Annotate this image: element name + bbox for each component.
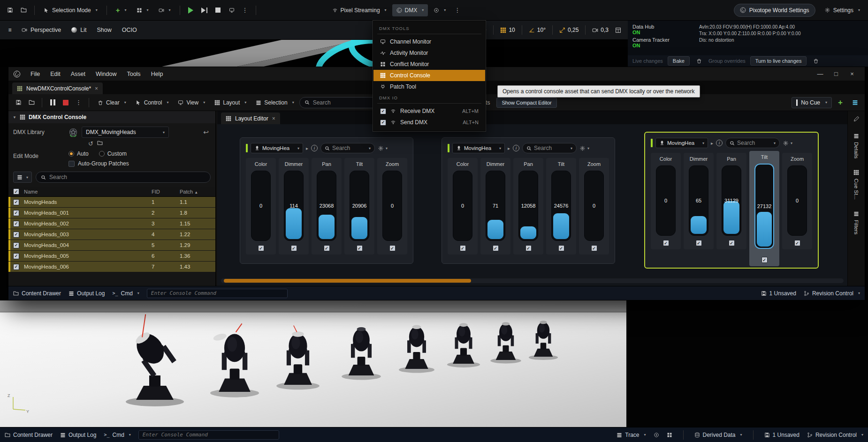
group-settings-button[interactable]: ▾: [783, 140, 792, 146]
cue-selector-dropdown[interactable]: No Cue ▾: [792, 97, 832, 108]
table-row[interactable]: ✓MovingHeads_00341.22: [8, 229, 215, 240]
group-search-input[interactable]: Search ▾: [522, 143, 577, 153]
fader-color[interactable]: Color0✓: [448, 158, 478, 255]
bake-button[interactable]: Bake: [668, 56, 690, 66]
play-button[interactable]: [185, 4, 197, 16]
console-command-input[interactable]: [138, 430, 279, 440]
menubar-item-file[interactable]: File: [26, 67, 44, 81]
menubar-item-tools[interactable]: Tools: [122, 67, 145, 81]
group-settings-button[interactable]: ▾: [378, 145, 388, 151]
reload-library-icon[interactable]: ↺: [88, 140, 93, 147]
fader-enable-checkbox[interactable]: ✓: [663, 240, 669, 246]
expand-arrow-icon[interactable]: ▸: [508, 146, 510, 151]
maximize-viewport-icon[interactable]: [612, 24, 624, 36]
fader-tilt[interactable]: Tilt20906✓: [344, 158, 374, 255]
fader-dimmer[interactable]: Dimmer65✓: [684, 153, 714, 249]
fader-enable-checkbox[interactable]: ✓: [389, 245, 396, 251]
pixel-streaming-dropdown[interactable]: Pixel Streaming ▾: [328, 4, 391, 16]
minimize-button[interactable]: —: [812, 67, 828, 81]
dmx-library-selector[interactable]: DMX_MovingHeads ▾: [82, 127, 169, 138]
scale-snap-control[interactable]: 0,25: [556, 27, 582, 33]
console-command-input[interactable]: [147, 289, 288, 298]
horizontal-scrollbar[interactable]: [221, 278, 844, 283]
fader-track[interactable]: 27132: [754, 164, 774, 249]
menubar-item-asset[interactable]: Asset: [67, 67, 90, 81]
filter-dropdown[interactable]: ▾: [13, 172, 32, 183]
close-button[interactable]: ×: [844, 67, 860, 81]
table-row[interactable]: ✓MovingHeads_00231.15: [8, 218, 215, 229]
send-dmx-checkbox[interactable]: ✓: [380, 120, 386, 126]
fader-track[interactable]: 20906: [350, 171, 369, 241]
table-row[interactable]: ✓MovingHeads_00561.36: [8, 251, 215, 261]
fader-dimmer[interactable]: Dimmer71✓: [480, 158, 510, 255]
fader-color[interactable]: Color0✓: [651, 153, 681, 249]
fader-enable-checkbox[interactable]: ✓: [258, 245, 264, 251]
menu-item-channel-monitor[interactable]: Channel Monitor: [373, 36, 485, 47]
info-icon[interactable]: i: [311, 145, 318, 151]
fader-enable-checkbox[interactable]: ✓: [794, 240, 800, 246]
content-drawer-button[interactable]: Content Drawer: [13, 290, 61, 297]
left-panel-header[interactable]: ▼ DMX Control Console: [8, 111, 215, 123]
row-checkbox[interactable]: ✓: [13, 221, 19, 227]
view-dropdown[interactable]: View▾: [174, 97, 209, 109]
fader-enable-checkbox[interactable]: ✓: [761, 257, 768, 263]
row-checkbox[interactable]: ✓: [13, 232, 19, 238]
derived-data-dropdown[interactable]: Derived Data▾: [694, 432, 742, 438]
cmd-dropdown[interactable]: >_Cmd▾: [104, 432, 130, 438]
content-drawer-button[interactable]: Content Drawer: [5, 432, 53, 438]
fader-enable-checkbox[interactable]: ✓: [696, 240, 702, 246]
fader-enable-checkbox[interactable]: ✓: [558, 245, 564, 251]
layout-dropdown[interactable]: Layout▾: [210, 97, 251, 109]
lit-dropdown[interactable]: Lit: [67, 23, 91, 37]
fader-enable-checkbox[interactable]: ✓: [729, 240, 735, 246]
patch-search-input[interactable]: Search: [36, 172, 211, 183]
dmx-dropdown-button[interactable]: DMX ▾: [392, 4, 428, 16]
stop-dmx-button[interactable]: [60, 97, 72, 109]
fader-track[interactable]: 24576: [551, 171, 571, 241]
tab-layout-editor[interactable]: Layout Editor ×: [221, 112, 280, 124]
viewport-3d-scene[interactable]: Z Y: [0, 300, 626, 427]
add-content-dropdown[interactable]: +▾: [112, 4, 131, 16]
undo-icon[interactable]: ↩: [203, 128, 209, 136]
menu-item-patch-tool[interactable]: Patch Tool: [373, 81, 485, 92]
fader-track[interactable]: 71: [486, 171, 505, 241]
fader-enable-checkbox[interactable]: ✓: [493, 245, 499, 251]
row-checkbox[interactable]: ✓: [13, 199, 19, 205]
row-checkbox[interactable]: ✓: [13, 264, 19, 270]
fixture-group-selector[interactable]: MovingHea ▾: [452, 143, 505, 153]
ocio-dropdown[interactable]: OCIO: [117, 23, 142, 37]
fader-color[interactable]: Color0✓: [246, 158, 276, 255]
expand-arrow-icon[interactable]: ▸: [306, 146, 308, 151]
insights-icon[interactable]: [654, 432, 659, 438]
fader-enable-checkbox[interactable]: ✓: [525, 245, 532, 251]
select-all-checkbox[interactable]: ✓: [13, 188, 19, 195]
menubar-item-window[interactable]: Window: [91, 67, 121, 81]
browse-library-icon[interactable]: [97, 140, 103, 146]
add-cue-button[interactable]: +: [835, 98, 846, 107]
fader-track[interactable]: 31129: [722, 165, 741, 236]
fader-track[interactable]: 114: [284, 171, 304, 241]
menubar-item-edit[interactable]: Edit: [46, 67, 65, 81]
selection-mode-dropdown[interactable]: Selection Mode ▾: [39, 4, 102, 16]
output-log-button[interactable]: Output Log: [69, 290, 105, 297]
revision-control-dropdown[interactable]: Revision Control▾: [807, 432, 863, 438]
auto-radio[interactable]: Auto: [69, 150, 89, 157]
table-row[interactable]: ✓MovingHeads11.1: [8, 197, 215, 207]
fixture-group-selector[interactable]: MovingHea ▾: [251, 143, 303, 153]
close-tab-icon[interactable]: ×: [95, 85, 98, 92]
cinematics-dropdown[interactable]: ▾: [154, 4, 175, 16]
clear-dropdown[interactable]: Clear▾: [93, 97, 130, 109]
trash-icon[interactable]: [694, 56, 704, 66]
menubar-item-help[interactable]: Help: [147, 67, 168, 81]
receive-dmx-checkbox[interactable]: ✓: [380, 108, 386, 114]
layout-editor-canvas[interactable]: MovingHea ▾ ▸ i Search ▾ ▾ Color0✓: [217, 124, 847, 286]
cue-stack-icon[interactable]: [849, 97, 861, 109]
fader-track[interactable]: 23068: [317, 171, 336, 241]
stop-button[interactable]: [212, 4, 224, 16]
cmd-dropdown[interactable]: >_Cmd▾: [112, 290, 139, 297]
tab-filters[interactable]: Filters: [853, 211, 859, 234]
gdtf-reel-icon[interactable]: [69, 127, 78, 137]
fader-pan[interactable]: Pan12058✓: [513, 158, 543, 255]
fader-track[interactable]: 0: [787, 165, 807, 236]
row-checkbox[interactable]: ✓: [13, 210, 19, 216]
